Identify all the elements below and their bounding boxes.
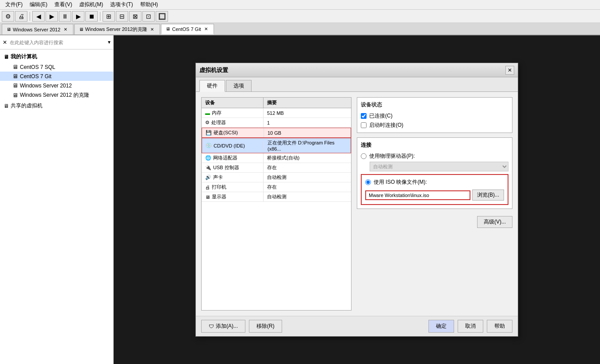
device-icon-printer: 🖨 (205, 185, 210, 190)
ok-button[interactable]: 确定 (428, 320, 454, 333)
toolbar-btn-1[interactable]: ⚙ (2, 11, 14, 22)
device-name-hdd: 硬盘(SCSI) (214, 129, 238, 136)
remove-button[interactable]: 移除(R) (249, 320, 282, 333)
device-icon-sound: 🔊 (205, 174, 211, 180)
startup-checkbox[interactable] (361, 122, 367, 128)
cancel-button[interactable]: 取消 (458, 320, 483, 333)
sidebar-item-windows-server[interactable]: 🖥 Windows Server 2012 (0, 81, 113, 90)
toolbar-btn-d[interactable]: ⊡ (142, 11, 155, 22)
menu-tabs[interactable]: 选项卡(T) (107, 0, 136, 9)
sidebar-item-centos-git[interactable]: 🖥 CentOS 7 Git (0, 72, 113, 81)
device-row-printer[interactable]: 🖨打印机 存在 (202, 182, 351, 192)
add-button[interactable]: 🛡 添加(A)... (201, 320, 245, 333)
device-icon-cddvd: 💿 (206, 143, 212, 148)
dialog-title: 虚拟机设置 (199, 66, 505, 74)
tree-label-3: Windows Server 2012 的克隆 (20, 91, 89, 99)
device-row-cpu[interactable]: ⚙处理器 1 (202, 118, 351, 128)
sidebar-item-centos-sql[interactable]: 🖥 CentOS 7 SQL (0, 62, 113, 72)
tree-icon-2: 🖥 (12, 82, 18, 89)
tab-icon-1: 🖥 (79, 27, 84, 32)
device-icon-display: 🖥 (205, 194, 210, 200)
physical-drive-dropdown[interactable]: 自动检测 (370, 162, 508, 171)
device-row-network[interactable]: 🌐网络适配器 桥接模式(自动) (202, 153, 351, 163)
device-row-usb[interactable]: 🔌USB 控制器 存在 (202, 163, 351, 173)
device-icon-memory: ▬ (205, 110, 210, 116)
device-icon-hdd: 💾 (206, 130, 212, 136)
tab-label-1: Windows Server 2012的克隆 (85, 26, 148, 33)
sidebar-my-computer[interactable]: 🖥 我的计算机 (0, 51, 113, 62)
dialog-tab-hardware[interactable]: 硬件 (199, 80, 225, 92)
menu-vm[interactable]: 虚拟机(M) (76, 0, 107, 9)
tab-windows-server[interactable]: 🖥 Windows Server 2012 ✕ (2, 24, 73, 34)
toolbar-btn-b[interactable]: ⊟ (116, 11, 128, 22)
tab-centos-git[interactable]: 🖥 CentOS 7 Git ✕ (161, 24, 214, 34)
toolbar-btn-2[interactable]: 🖨 (15, 11, 27, 22)
toolbar-btn-a[interactable]: ⊞ (103, 11, 115, 22)
sidebar-shared-vms[interactable]: 🖥 共享的虚拟机 (0, 100, 113, 111)
tab-close-1[interactable]: ✕ (149, 27, 155, 32)
toolbar-btn-stop[interactable]: ⏹ (85, 11, 98, 22)
device-summary-sound: 自动检测 (264, 173, 351, 182)
device-status-section: 设备状态 已连接(C) 启动时连接(O) (357, 97, 512, 133)
dialog-tab-options[interactable]: 选项 (226, 80, 252, 91)
device-row-cddvd[interactable]: 💿CD/DVD (IDE) 正在使用文件 D:\Program Files (x… (202, 138, 351, 153)
col-device-label: 设备 (202, 98, 264, 108)
menu-help[interactable]: 帮助(H) (137, 0, 162, 9)
tab-windows-clone[interactable]: 🖥 Windows Server 2012的克隆 ✕ (74, 24, 161, 34)
tab-icon-2: 🖥 (166, 27, 170, 31)
sidebar: ✕ ▼ 🖥 我的计算机 🖥 CentOS 7 SQL 🖥 CentOS 7 Gi… (0, 35, 114, 364)
device-row-hdd[interactable]: 💾硬盘(SCSI) 10 GB (202, 128, 351, 138)
device-row-display[interactable]: 🖥显示器 自动检测 (202, 192, 351, 202)
toolbar-btn-back[interactable]: ◀ (32, 11, 45, 22)
my-computer-label: 我的计算机 (11, 53, 37, 61)
shared-vms-label: 共享的虚拟机 (11, 102, 42, 110)
tree-icon-3: 🖥 (12, 92, 18, 99)
search-input[interactable] (10, 40, 105, 45)
menu-edit[interactable]: 编辑(E) (26, 0, 51, 9)
device-icon-network: 🌐 (205, 155, 211, 161)
toolbar-btn-play[interactable]: ▶ (72, 11, 84, 22)
iso-path-input[interactable] (365, 190, 470, 200)
toolbar-btn-e[interactable]: 🔲 (156, 11, 168, 22)
tab-close-2[interactable]: ✕ (203, 26, 209, 32)
iso-radio-row: 使用 ISO 映像文件(M): (365, 178, 504, 186)
physical-radio[interactable] (361, 153, 367, 159)
connected-label: 已连接(C) (369, 112, 393, 120)
search-dropdown-arrow[interactable]: ▼ (107, 40, 111, 45)
sidebar-item-windows-clone[interactable]: 🖥 Windows Server 2012 的克隆 (0, 90, 113, 100)
iso-radio[interactable] (365, 179, 371, 185)
menubar: 文件(F) 编辑(E) 查看(V) 虚拟机(M) 选项卡(T) 帮助(H) (0, 0, 600, 10)
device-row-sound[interactable]: 🔊声卡 自动检测 (202, 173, 351, 182)
device-summary-cddvd: 正在使用文件 D:\Program Files (x86... (264, 138, 351, 153)
toolbar-sep-1 (30, 12, 30, 21)
device-name-cddvd: CD/DVD (IDE) (214, 143, 245, 148)
advanced-button[interactable]: 高级(V)... (477, 216, 512, 228)
shield-icon: 🛡 (209, 323, 214, 330)
iso-section: 使用 ISO 映像文件(M): 浏览(B)... (361, 174, 508, 205)
iso-label: 使用 ISO 映像文件(M): (374, 178, 427, 186)
toolbar-sep-2 (100, 12, 100, 21)
device-summary-printer: 存在 (264, 182, 351, 192)
connected-checkbox[interactable] (361, 113, 367, 119)
device-panel: 设备 摘要 ▬内存 512 MB ⚙处理器 1 (201, 97, 352, 311)
device-name-display: 显示器 (212, 193, 226, 200)
connection-section: 连接 使用物理驱动器(P): 自动检测 (357, 137, 512, 209)
browse-button[interactable]: 浏览(B)... (472, 190, 504, 201)
menu-view[interactable]: 查看(V) (51, 0, 76, 9)
device-summary-display: 自动检测 (264, 192, 351, 201)
toolbar-btn-fwd[interactable]: ▶ (46, 11, 58, 22)
menu-file[interactable]: 文件(F) (2, 0, 26, 9)
toolbar-btn-c[interactable]: ⊠ (129, 11, 141, 22)
toolbar-btn-pause[interactable]: ⏸ (59, 11, 71, 22)
sidebar-close-btn[interactable]: ✕ (2, 38, 8, 46)
device-summary-usb: 存在 (264, 163, 351, 172)
tab-label-2: CentOS 7 Git (172, 27, 201, 32)
add-label: 添加(A)... (216, 322, 238, 330)
device-row-memory[interactable]: ▬内存 512 MB (202, 108, 351, 118)
help-button[interactable]: 帮助 (487, 320, 512, 333)
device-name-memory: 内存 (212, 110, 222, 116)
device-table-header: 设备 摘要 (202, 98, 351, 108)
tab-icon-0: 🖥 (7, 27, 11, 32)
dialog-close-button[interactable]: ✕ (505, 66, 514, 75)
tab-close-0[interactable]: ✕ (62, 27, 69, 32)
